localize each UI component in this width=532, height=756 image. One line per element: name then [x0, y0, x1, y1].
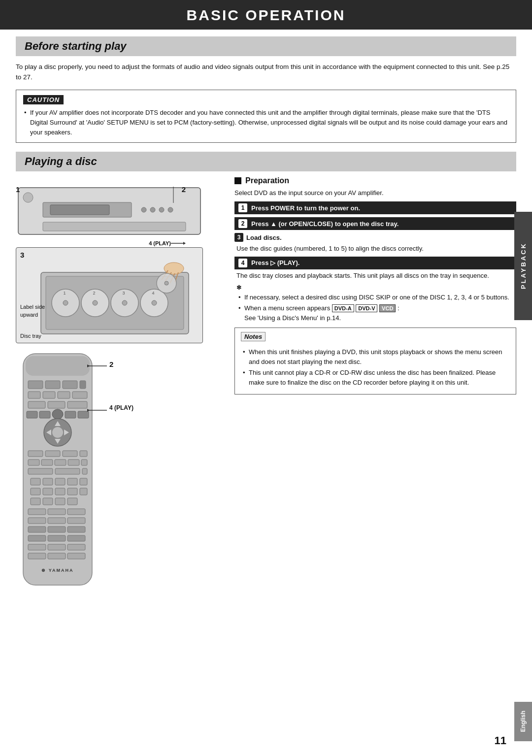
svg-rect-78 [31, 488, 40, 495]
prep-icon [234, 177, 241, 184]
svg-point-17 [93, 300, 98, 305]
disc-tray-svg: 1 2 3 4 [16, 248, 203, 343]
svg-rect-66 [41, 460, 53, 465]
page-title: BASIC OPERATION [0, 7, 532, 24]
svg-rect-85 [55, 498, 65, 505]
english-sidebar: English [514, 702, 532, 741]
svg-rect-45 [58, 392, 70, 398]
svg-rect-77 [80, 478, 87, 485]
step-3-num: 3 [234, 233, 243, 242]
step-1-bar: 1 Press POWER to turn the power on. [234, 201, 516, 214]
svg-rect-94 [48, 526, 66, 532]
svg-rect-67 [55, 460, 66, 465]
svg-rect-62 [45, 451, 60, 457]
svg-rect-92 [67, 518, 85, 524]
svg-rect-40 [45, 381, 60, 389]
arrow-svg [171, 240, 186, 246]
svg-rect-70 [28, 468, 53, 474]
svg-point-7 [168, 207, 173, 212]
step-1-num: 1 [238, 203, 247, 212]
step-4-bar: 4 Press ▷ (PLAY). [234, 257, 516, 269]
preparation-heading: Preparation [234, 176, 516, 185]
step-3-desc: Use the disc guides (numbered, 1 to 5) t… [234, 244, 516, 254]
note-2: This unit cannot play a CD-R or CD-RW di… [241, 368, 510, 387]
svg-rect-97 [48, 535, 66, 541]
svg-point-1 [23, 193, 33, 202]
svg-rect-69 [81, 460, 87, 465]
tip-icon: ✼ [236, 285, 241, 292]
caution-label: CAUTION [23, 95, 64, 104]
svg-rect-88 [48, 509, 66, 515]
dvd-player-diagram: 1 2 [16, 185, 213, 594]
left-column: 1 2 [16, 176, 223, 594]
select-dvd-text: Select DVD as the input source on your A… [234, 189, 516, 197]
svg-text:⊛ YAMAHA: ⊛ YAMAHA [41, 568, 73, 573]
step-4: 4 Press ▷ (PLAY). The disc tray closes a… [234, 257, 516, 281]
dvd-v-badge: DVD-V [356, 304, 377, 312]
page-header: BASIC OPERATION [0, 0, 532, 30]
notes-list: When this unit finishes playing a DVD, t… [241, 347, 510, 387]
step-2-bar: 2 Press ▲ (or OPEN/CLOSE) to open the di… [234, 217, 516, 230]
caution-box: CAUTION If your AV amplifier does not in… [16, 90, 516, 143]
svg-rect-46 [72, 392, 87, 398]
svg-rect-72 [82, 468, 87, 474]
remote-arrow-4 [87, 407, 186, 413]
dvd-a-badge: DVD-A [332, 304, 354, 312]
notes-label: Notes [241, 332, 266, 341]
svg-marker-11 [183, 242, 186, 245]
svg-rect-91 [48, 518, 66, 524]
svg-rect-87 [28, 509, 46, 515]
svg-rect-65 [28, 460, 39, 465]
step-1: 1 Press POWER to turn the power on. [234, 201, 516, 214]
svg-text:4: 4 [152, 291, 154, 296]
playback-sidebar-text: PLAYBACK [520, 242, 527, 289]
svg-rect-93 [28, 526, 46, 532]
note-1: When this unit finishes playing a DVD, t… [241, 347, 510, 366]
before-starting-heading: Before starting play [16, 36, 516, 56]
svg-rect-96 [28, 535, 46, 541]
english-sidebar-text: English [520, 711, 527, 732]
svg-rect-95 [67, 526, 85, 532]
disc-tray-diagram: 3 1 2 [16, 247, 203, 343]
before-starting-section: Before starting play To play a disc prop… [0, 30, 532, 143]
play-label-4: 4 (PLAY) [16, 240, 186, 246]
remote-section: 2 4 (PLAY) [16, 351, 213, 594]
svg-point-6 [159, 207, 164, 212]
svg-rect-47 [28, 401, 45, 408]
svg-rect-52 [52, 409, 63, 419]
svg-rect-43 [28, 392, 40, 398]
svg-rect-48 [48, 401, 65, 408]
two-col-layout: 1 2 [0, 176, 532, 594]
disc-tray-label: Disc tray [20, 333, 41, 339]
svg-rect-90 [28, 518, 46, 524]
svg-rect-101 [67, 544, 85, 550]
step-4-num: 4 [238, 259, 247, 267]
svg-rect-73 [31, 478, 40, 485]
svg-rect-3 [50, 205, 109, 215]
svg-rect-74 [43, 478, 53, 485]
right-column: Preparation Select DVD as the input sour… [234, 176, 516, 594]
svg-point-5 [150, 207, 155, 212]
diagram-label-2: 2 [182, 185, 186, 194]
svg-point-21 [152, 300, 157, 305]
svg-text:2: 2 [93, 291, 95, 296]
svg-rect-83 [31, 498, 40, 505]
svg-rect-53 [65, 411, 76, 418]
tip-bullet-2: When a menu screen appears DVD-A DVD-V V… [236, 303, 516, 323]
tip-bullets: If necessary, select a desired disc usin… [236, 293, 516, 323]
svg-rect-79 [43, 488, 53, 495]
svg-point-4 [141, 207, 146, 212]
notes-box: Notes When this unit finishes playing a … [234, 328, 516, 394]
svg-rect-89 [67, 509, 85, 515]
page-number: 11 [495, 734, 506, 747]
svg-rect-63 [63, 451, 77, 457]
svg-rect-100 [48, 544, 66, 550]
step-3-bar: 3 Load discs. [234, 233, 516, 242]
svg-point-15 [63, 300, 68, 305]
svg-rect-39 [28, 381, 43, 389]
caution-text: If your AV amplifier does not incorporat… [23, 108, 509, 137]
step-4-desc: The disc tray closes and playback starts… [234, 271, 516, 281]
svg-rect-61 [28, 451, 43, 457]
svg-text:1: 1 [63, 291, 66, 296]
tip-section: ✼ If necessary, select a desired disc us… [234, 283, 516, 323]
